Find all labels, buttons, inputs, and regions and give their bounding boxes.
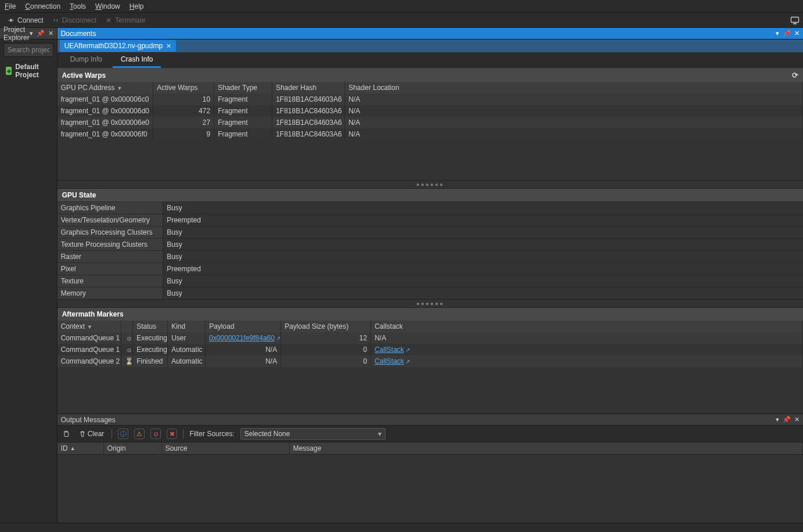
disconnect-label: Disconnect bbox=[62, 16, 96, 24]
table-row: Texture Processing ClustersBusy bbox=[57, 239, 803, 251]
connect-button[interactable]: Connect bbox=[7, 16, 44, 24]
project-search bbox=[3, 43, 53, 57]
project-tree: ◆ Default Project bbox=[0, 60, 57, 81]
document-tab[interactable]: UEAftermathD3D12.nv-gpudmp ✕ bbox=[60, 40, 176, 52]
output-messages-panel: Output Messages ▾ 📌 ✕ Clear ⓘ ⚠ ⊘ bbox=[57, 414, 803, 523]
close-icon[interactable]: ✕ bbox=[166, 42, 171, 50]
output-messages-body bbox=[57, 455, 803, 523]
col-shader-hash[interactable]: Shader Hash bbox=[272, 82, 345, 94]
col-message[interactable]: Message bbox=[290, 443, 803, 454]
minimize-icon[interactable]: ▾ bbox=[776, 416, 779, 423]
filter-sources-select[interactable]: Selected None bbox=[240, 428, 386, 440]
menu-file[interactable]: File bbox=[5, 2, 16, 10]
external-link-icon: ↗ bbox=[405, 347, 410, 353]
documents-title-bar: Documents ▾ 📌 ✕ bbox=[57, 28, 803, 39]
col-status[interactable]: Status bbox=[133, 321, 168, 332]
terminate-label: Terminate bbox=[115, 16, 146, 24]
aftermath-markers-table: Context▼ Status Kind Payload Payload Siz… bbox=[57, 321, 803, 367]
menu-window[interactable]: Window bbox=[95, 2, 120, 10]
monitor-icon[interactable] bbox=[790, 15, 800, 24]
col-source[interactable]: Source bbox=[162, 443, 290, 454]
col-gpu-pc-address[interactable]: GPU PC Address▼ bbox=[57, 82, 153, 94]
filter-sources-value: Selected None bbox=[244, 430, 290, 438]
copy-button[interactable] bbox=[61, 430, 71, 438]
output-messages-title-bar: Output Messages ▾ 📌 ✕ bbox=[57, 414, 803, 426]
col-shader-location[interactable]: Shader Location bbox=[345, 82, 803, 94]
project-root-node[interactable]: ◆ Default Project bbox=[3, 62, 53, 80]
external-link-icon: ↗ bbox=[405, 358, 410, 365]
table-row: PixelPreempted bbox=[57, 263, 803, 275]
aftermath-markers-title: Aftermath Markers bbox=[62, 310, 124, 318]
gpu-state-section: GPU State Graphics PipelineBusyVertex/Te… bbox=[57, 189, 803, 299]
close-icon[interactable]: ✕ bbox=[794, 30, 800, 37]
active-warps-title: Active Warps bbox=[62, 71, 106, 80]
table-row[interactable]: fragment_01 @ 0x000006c010Fragment1F818B… bbox=[57, 94, 803, 105]
col-status-icon[interactable] bbox=[121, 321, 133, 332]
table-row: Vertex/Tesselation/GeometryPreempted bbox=[57, 214, 803, 227]
col-callstack[interactable]: Callstack bbox=[371, 321, 803, 332]
col-context[interactable]: Context▼ bbox=[57, 321, 121, 332]
disconnect-button: Disconnect bbox=[52, 16, 96, 24]
splitter-handle[interactable]: ●●●●●● bbox=[57, 180, 803, 189]
pin-icon[interactable]: 📌 bbox=[37, 30, 45, 37]
svg-rect-1 bbox=[64, 432, 69, 437]
callstack-link[interactable]: CallStack bbox=[375, 357, 404, 365]
close-icon[interactable]: ✕ bbox=[48, 30, 53, 37]
crash-info-tabstrip: Dump Info Crash Info bbox=[57, 52, 803, 69]
minimize-icon[interactable]: ▾ bbox=[776, 30, 779, 37]
close-icon[interactable]: ✕ bbox=[794, 416, 800, 423]
refresh-icon[interactable]: ⟳ bbox=[792, 71, 798, 80]
table-row[interactable]: fragment_01 @ 0x000006d0472Fragment1F818… bbox=[57, 105, 803, 117]
project-root-label: Default Project bbox=[15, 63, 51, 79]
clear-label: Clear bbox=[88, 430, 105, 438]
filter-info-icon[interactable]: ⓘ bbox=[118, 429, 128, 439]
filter-critical-icon[interactable]: ✖ bbox=[167, 429, 177, 439]
svg-rect-0 bbox=[791, 17, 799, 23]
terminate-button: ✕ Terminate bbox=[105, 16, 146, 24]
table-row[interactable]: fragment_01 @ 0x000006f09Fragment1F818B1… bbox=[57, 128, 803, 140]
filter-sources-label: Filter Sources: bbox=[189, 430, 234, 438]
table-row: Graphics PipelineBusy bbox=[57, 202, 803, 214]
document-tab-label: UEAftermathD3D12.nv-gpudmp bbox=[64, 42, 163, 50]
splitter-handle[interactable]: ●●●●●● bbox=[57, 299, 803, 308]
col-origin[interactable]: Origin bbox=[104, 443, 162, 454]
filter-warning-icon[interactable]: ⚠ bbox=[134, 429, 145, 439]
menu-connection[interactable]: Connection bbox=[25, 2, 60, 10]
tab-crash-info[interactable]: Crash Info bbox=[113, 52, 161, 68]
output-messages-title: Output Messages bbox=[61, 416, 116, 424]
menu-help[interactable]: Help bbox=[129, 2, 144, 10]
table-row[interactable]: CommandQueue 1☼ExecutingUser0x0000021fe9… bbox=[57, 332, 803, 344]
col-payload-size[interactable]: Payload Size (bytes) bbox=[281, 321, 371, 332]
output-toolbar: Clear ⓘ ⚠ ⊘ ✖ Filter Sources: Selected N… bbox=[57, 426, 803, 443]
menu-tools[interactable]: Tools bbox=[70, 2, 86, 10]
tab-dump-info[interactable]: Dump Info bbox=[62, 52, 110, 68]
project-icon: ◆ bbox=[6, 67, 12, 75]
table-row: MemoryBusy bbox=[57, 287, 803, 300]
pin-icon[interactable]: 📌 bbox=[783, 416, 791, 423]
hourglass-icon: ⌛ bbox=[125, 357, 133, 365]
search-input[interactable] bbox=[3, 43, 53, 57]
col-payload[interactable]: Payload bbox=[206, 321, 281, 332]
payload-link[interactable]: 0x0000021fe9f84a60 bbox=[209, 334, 275, 342]
callstack-link[interactable]: CallStack bbox=[375, 346, 404, 354]
filter-error-icon[interactable]: ⊘ bbox=[150, 429, 161, 439]
external-link-icon: ↗ bbox=[276, 335, 280, 342]
clear-button[interactable]: Clear bbox=[77, 429, 106, 438]
table-row[interactable]: CommandQueue 1☼ExecutingAutomaticN/A0Cal… bbox=[57, 344, 803, 355]
gpu-state-title: GPU State bbox=[62, 191, 96, 199]
project-explorer-title: Project Explorer bbox=[3, 26, 30, 42]
col-active-warps[interactable]: Active Warps bbox=[153, 82, 214, 94]
table-row[interactable]: CommandQueue 2⌛FinishedAutomaticN/A0Call… bbox=[57, 355, 803, 367]
connect-label: Connect bbox=[17, 16, 44, 24]
minimize-icon[interactable]: ▾ bbox=[30, 30, 33, 37]
col-kind[interactable]: Kind bbox=[168, 321, 206, 332]
active-warps-section: Active Warps ⟳ GPU PC Address▼ Active Wa… bbox=[57, 69, 803, 180]
project-explorer-title-bar: Project Explorer ▾ 📌 ✕ bbox=[0, 28, 57, 39]
col-id[interactable]: ID▲ bbox=[57, 443, 104, 454]
output-messages-header: ID▲ Origin Source Message bbox=[57, 443, 803, 455]
menu-bar: File Connection Tools Window Help bbox=[0, 0, 803, 13]
col-shader-type[interactable]: Shader Type bbox=[214, 82, 272, 94]
pin-icon[interactable]: 📌 bbox=[783, 30, 791, 37]
active-warps-table: GPU PC Address▼ Active Warps Shader Type… bbox=[57, 82, 803, 140]
table-row[interactable]: fragment_01 @ 0x000006e027Fragment1F818B… bbox=[57, 117, 803, 128]
